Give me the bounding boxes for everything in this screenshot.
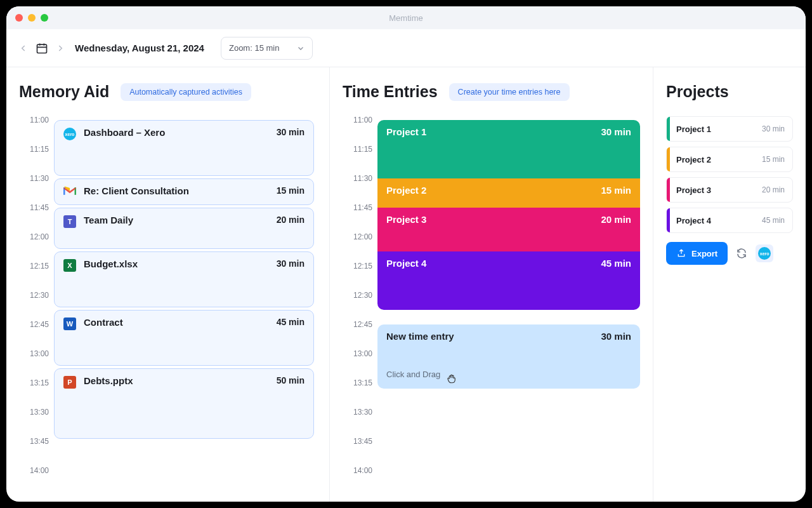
project-duration: 45 min bbox=[762, 216, 785, 225]
time-label: 11:45 bbox=[353, 203, 372, 212]
entry-name: Project 3 bbox=[386, 214, 426, 245]
entry-duration: 20 min bbox=[601, 214, 631, 245]
time-label: 13:45 bbox=[353, 437, 372, 446]
activity-duration: 45 min bbox=[277, 317, 304, 327]
project-color-swatch bbox=[667, 147, 670, 171]
word-icon: W bbox=[63, 318, 76, 330]
time-label: 11:15 bbox=[353, 145, 372, 154]
activity-title: Contract bbox=[84, 317, 269, 328]
new-entry-hint: Click and Drag bbox=[386, 370, 631, 379]
activity-duration: 20 min bbox=[277, 215, 304, 225]
xero-integration-button[interactable]: xero bbox=[756, 244, 773, 262]
new-time-entry[interactable]: New time entry30 minClick and Drag bbox=[377, 324, 640, 389]
time-label: 13:15 bbox=[30, 378, 49, 387]
time-label: 12:15 bbox=[353, 262, 372, 271]
time-label: 13:30 bbox=[353, 408, 372, 417]
activity-card[interactable]: xeroDashboard – Xero30 min bbox=[54, 120, 314, 176]
xero-icon: xero bbox=[63, 128, 76, 140]
project-color-swatch bbox=[667, 178, 670, 202]
project-row[interactable]: Project 320 min bbox=[666, 177, 793, 203]
zoom-select[interactable]: Zoom: 15 min bbox=[221, 37, 313, 60]
time-label: 12:15 bbox=[30, 262, 49, 271]
activity-title: Debts.pptx bbox=[84, 375, 269, 386]
activity-duration: 50 min bbox=[277, 375, 304, 385]
time-entries-timeline: 11:0011:1511:3011:4512:0012:1512:3012:45… bbox=[343, 120, 640, 500]
time-label: 13:15 bbox=[353, 378, 372, 387]
project-row[interactable]: Project 215 min bbox=[666, 147, 793, 172]
time-label: 13:00 bbox=[30, 349, 49, 358]
title-bar: Memtime bbox=[6, 6, 806, 29]
time-entry-block[interactable]: Project 445 min bbox=[377, 251, 640, 310]
project-name: Project 3 bbox=[676, 185, 762, 195]
window-title: Memtime bbox=[6, 13, 806, 23]
entry-duration: 30 min bbox=[601, 126, 631, 172]
time-label: 11:30 bbox=[353, 174, 372, 183]
projects-title: Projects bbox=[666, 83, 793, 101]
project-row[interactable]: Project 445 min bbox=[666, 208, 793, 233]
memory-aid-subtitle: Automatically captured activities bbox=[121, 83, 251, 101]
activity-duration: 30 min bbox=[277, 127, 304, 137]
time-label: 11:45 bbox=[30, 203, 49, 212]
sync-button[interactable] bbox=[734, 246, 749, 261]
xero-icon: xero bbox=[758, 247, 771, 260]
time-entries-grid[interactable]: Project 130 minProject 215 minProject 32… bbox=[377, 120, 640, 500]
app-window: Memtime Wednesday, August 21, 2024 Zoom:… bbox=[6, 6, 806, 502]
entry-duration: 15 min bbox=[601, 185, 631, 201]
sync-icon bbox=[736, 248, 747, 259]
time-label: 11:15 bbox=[30, 145, 49, 154]
time-label: 11:00 bbox=[30, 116, 49, 124]
entry-name: Project 4 bbox=[386, 258, 426, 304]
activity-card[interactable]: XBudget.xlsx30 min bbox=[54, 251, 314, 307]
new-entry-duration: 30 min bbox=[601, 331, 631, 342]
project-duration: 30 min bbox=[762, 124, 785, 133]
project-row[interactable]: Project 130 min bbox=[666, 116, 793, 142]
activity-card[interactable]: WContract45 min bbox=[54, 310, 314, 366]
ppt-icon: P bbox=[63, 376, 76, 389]
time-label: 12:00 bbox=[30, 232, 49, 241]
memory-aid-panel: Memory Aid Automatically captured activi… bbox=[6, 67, 330, 502]
project-name: Project 2 bbox=[676, 155, 762, 164]
activity-title: Re: Client Consultation bbox=[84, 185, 269, 196]
time-entry-block[interactable]: Project 215 min bbox=[377, 178, 640, 208]
excel-icon: X bbox=[63, 259, 76, 272]
entry-name: Project 2 bbox=[386, 185, 426, 201]
new-entry-title: New time entry bbox=[386, 331, 454, 342]
memory-aid-grid[interactable]: xeroDashboard – Xero30 minRe: Client Con… bbox=[54, 120, 317, 500]
time-label: 13:00 bbox=[353, 349, 372, 358]
activity-card[interactable]: Re: Client Consultation15 min bbox=[54, 178, 314, 205]
project-duration: 20 min bbox=[762, 185, 785, 194]
gmail-icon bbox=[63, 186, 76, 199]
time-label: 12:30 bbox=[353, 291, 372, 300]
time-label: 11:30 bbox=[30, 174, 49, 183]
entry-duration: 45 min bbox=[601, 258, 631, 304]
project-name: Project 4 bbox=[676, 216, 762, 225]
project-duration: 15 min bbox=[762, 155, 785, 164]
time-entry-block[interactable]: Project 320 min bbox=[377, 208, 640, 251]
activity-title: Team Daily bbox=[84, 215, 269, 225]
time-entries-subtitle: Create your time entries here bbox=[449, 83, 570, 101]
activity-duration: 30 min bbox=[277, 258, 304, 269]
project-name: Project 1 bbox=[676, 124, 762, 134]
time-label: 12:00 bbox=[353, 232, 372, 241]
next-day-button[interactable] bbox=[56, 44, 65, 53]
prev-day-button[interactable] bbox=[19, 44, 28, 53]
activity-card[interactable]: TTeam Daily20 min bbox=[54, 208, 314, 249]
time-label: 12:45 bbox=[30, 320, 49, 329]
calendar-icon[interactable] bbox=[36, 42, 48, 55]
time-label: 11:00 bbox=[353, 116, 372, 124]
projects-panel: Projects Project 130 minProject 215 minP… bbox=[653, 67, 806, 502]
zoom-label: Zoom: 15 min bbox=[229, 43, 279, 53]
entry-name: Project 1 bbox=[386, 126, 426, 172]
export-label: Export bbox=[691, 249, 717, 258]
activity-card[interactable]: PDebts.pptx50 min bbox=[54, 368, 314, 439]
project-color-swatch bbox=[667, 117, 670, 141]
memory-aid-title: Memory Aid bbox=[19, 83, 109, 101]
time-entry-block[interactable]: Project 130 min bbox=[377, 120, 640, 178]
teams-icon: T bbox=[63, 215, 76, 228]
export-button[interactable]: Export bbox=[666, 242, 728, 265]
current-date: Wednesday, August 21, 2024 bbox=[75, 43, 204, 53]
memory-aid-timeline: 11:0011:1511:3011:4512:0012:1512:3012:45… bbox=[19, 120, 317, 500]
svg-rect-0 bbox=[37, 44, 47, 53]
toolbar: Wednesday, August 21, 2024 Zoom: 15 min bbox=[6, 29, 806, 67]
project-color-swatch bbox=[667, 208, 670, 232]
